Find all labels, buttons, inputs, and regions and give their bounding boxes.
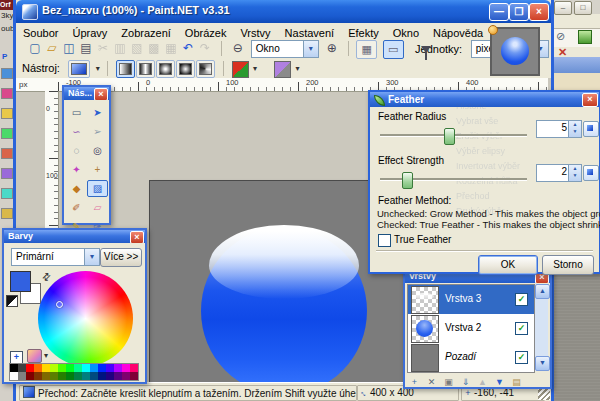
palette-swatch[interactable]	[10, 372, 18, 380]
background-maximize-button[interactable]: □	[574, 1, 592, 15]
menu-item-zobrazen-[interactable]: Zobrazení	[114, 25, 178, 39]
chevron-down-icon[interactable]: ▾	[295, 60, 299, 73]
background-minimize-button[interactable]: –	[554, 1, 572, 15]
palette-swatch[interactable]	[74, 364, 82, 372]
undo-icon[interactable]: ↶	[179, 40, 196, 57]
strength-slider-thumb[interactable]	[402, 172, 413, 189]
tools-palette-title[interactable]: Nás... ×	[64, 87, 109, 100]
palette-swatch[interactable]	[66, 364, 74, 372]
resize-grip[interactable]	[538, 388, 550, 400]
image-thumbnail[interactable]	[490, 27, 540, 76]
gradient-type-linear-reflected-button[interactable]	[136, 60, 155, 78]
zoom-tool-tool[interactable]: ◎	[87, 142, 108, 159]
strength-spinner[interactable]: 2 ▲▼	[536, 164, 582, 182]
menu-item-efekty[interactable]: Efekty	[341, 25, 386, 39]
layer-row[interactable]: Pozadí✓	[408, 343, 534, 372]
spinner-arrows-icon[interactable]: ▲▼	[568, 121, 581, 137]
zoom-out-icon[interactable]: ⊖	[229, 40, 246, 57]
close-icon[interactable]: ×	[94, 88, 108, 100]
radius-slider[interactable]	[380, 134, 527, 137]
chevron-down-icon[interactable]: ▾	[253, 60, 257, 73]
spinner-arrows-icon[interactable]: ▲▼	[568, 165, 581, 181]
rectangle-select-tool[interactable]: ▭	[66, 104, 87, 121]
move-selection-tool[interactable]: ➢	[87, 123, 108, 140]
zoom-level-combo[interactable]: Okno ▾	[251, 40, 319, 58]
radius-reset-button[interactable]	[583, 121, 599, 137]
palette-menu-icon[interactable]	[27, 349, 42, 363]
palette-swatch[interactable]	[98, 364, 106, 372]
chevron-down-icon[interactable]: ▾	[84, 249, 99, 265]
menu-item--pravy[interactable]: Úpravy	[65, 25, 114, 39]
magic-wand-tool[interactable]: ✦	[66, 161, 87, 178]
palette-swatch[interactable]	[26, 372, 34, 380]
palette-swatch[interactable]	[42, 372, 50, 380]
palette-swatch[interactable]	[130, 364, 138, 372]
palette-swatch[interactable]	[90, 372, 98, 380]
minimize-button[interactable]: —	[489, 3, 509, 21]
palette-swatch[interactable]	[106, 364, 114, 372]
palette-swatch[interactable]	[90, 364, 98, 372]
lasso-select-tool[interactable]: ∽	[66, 123, 87, 140]
print-icon[interactable]: ▤	[77, 40, 94, 57]
palette-swatch[interactable]	[58, 372, 66, 380]
color-mode-button[interactable]	[232, 61, 249, 78]
layer-properties-button[interactable]: ▤	[509, 376, 524, 389]
menu-item-okno[interactable]: Okno	[386, 25, 426, 39]
new-file-icon[interactable]: ▢	[26, 40, 43, 57]
primary-color-swatch[interactable]	[10, 271, 31, 292]
maximize-button[interactable]: ❐	[509, 3, 529, 21]
color-wheel-marker[interactable]	[56, 301, 63, 308]
pan-tool[interactable]: +	[87, 161, 108, 178]
strength-slider[interactable]	[380, 178, 527, 181]
palette-swatch[interactable]	[98, 372, 106, 380]
ok-button[interactable]: OK	[478, 255, 538, 275]
colors-window-title[interactable]: Barvy ×	[4, 230, 145, 243]
palette-swatch[interactable]	[18, 364, 26, 372]
move-pixels-tool[interactable]: ➤	[87, 104, 108, 121]
save-icon[interactable]: ◫	[60, 40, 77, 57]
menu-item-vrstvy[interactable]: Vrstvy	[233, 25, 277, 39]
palette-swatch[interactable]	[122, 364, 130, 372]
gradient-tool[interactable]: ▨	[87, 180, 108, 197]
menu-item-nastaven-[interactable]: Nastavení	[278, 25, 342, 39]
ellipse-select-tool[interactable]: ◌	[66, 142, 87, 159]
palette-swatch[interactable]	[66, 372, 74, 380]
open-icon[interactable]: ▱	[43, 40, 60, 57]
gradient-type-conical-button[interactable]	[196, 60, 215, 78]
strength-reset-button[interactable]	[583, 165, 599, 181]
palette-swatch[interactable]	[122, 372, 130, 380]
palette-swatch[interactable]	[34, 364, 42, 372]
chevron-down-icon[interactable]: ▾	[96, 60, 100, 73]
gradient-type-radial-button[interactable]	[176, 60, 195, 78]
chevron-down-icon[interactable]: ▾	[44, 351, 48, 360]
grid-toggle-button[interactable]: ▦	[356, 40, 377, 59]
palette-swatch[interactable]	[58, 364, 66, 372]
layer-visible-checkbox[interactable]: ✓	[515, 293, 528, 306]
swap-colors-icon[interactable]: ⇄	[39, 270, 53, 284]
menu-item-n-pov-da[interactable]: Nápověda	[426, 25, 490, 39]
paint-bucket-tool[interactable]: ◆	[66, 180, 87, 197]
palette-swatch[interactable]	[34, 372, 42, 380]
title-bar[interactable]: Bez_nazvu (100%) - Paint.NET v3.31 — ❐ ×	[16, 0, 551, 23]
close-icon[interactable]: ×	[130, 231, 144, 243]
more-button[interactable]: Více >>	[100, 248, 142, 267]
menu-item-obr-zek[interactable]: Obrázek	[178, 25, 234, 39]
layer-visible-checkbox[interactable]: ✓	[515, 322, 528, 335]
blend-mode-button[interactable]	[274, 61, 291, 78]
palette-swatch[interactable]	[114, 364, 122, 372]
gradient-type-diamond-button[interactable]	[156, 60, 175, 78]
layer-row[interactable]: Vrstva 3✓	[408, 285, 534, 314]
true-feather-checkbox[interactable]	[378, 234, 391, 247]
paintbrush-tool[interactable]: ✐	[66, 199, 87, 216]
zoom-in-icon[interactable]: ⊕	[323, 40, 340, 57]
current-tool-button[interactable]	[68, 60, 90, 78]
palette-swatch[interactable]	[50, 372, 58, 380]
eraser-tool[interactable]: ▱	[87, 199, 108, 216]
merge-down-button[interactable]: ⇓	[458, 376, 473, 389]
close-icon[interactable]: ×	[582, 93, 598, 107]
palette-swatch[interactable]	[130, 372, 138, 380]
close-button[interactable]: ×	[529, 3, 549, 21]
gradient-type-linear-button[interactable]	[116, 60, 135, 78]
add-layer-button[interactable]: +	[407, 376, 422, 389]
layer-row[interactable]: Vrstva 2✓	[408, 314, 534, 343]
